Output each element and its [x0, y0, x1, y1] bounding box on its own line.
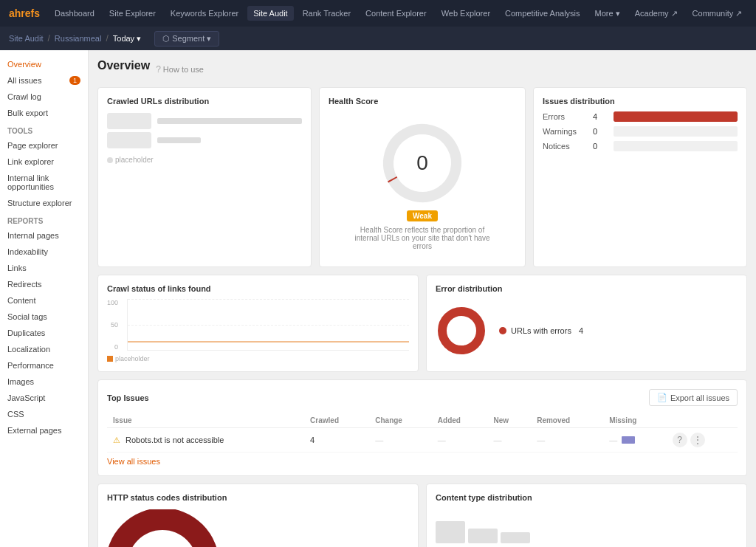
removed-dash: —	[537, 436, 545, 444]
nav-keywords-explorer[interactable]: Keywords Explorer	[165, 6, 244, 21]
new-dash: —	[493, 436, 501, 444]
crawl-status-card: Crawl status of links found 100 50 0	[97, 275, 419, 372]
issues-row-notices: Notices 0	[543, 141, 738, 151]
crawled-cell: 4	[304, 428, 369, 453]
sidebar-item-links[interactable]: Links	[0, 260, 88, 276]
row3: HTTP status codes distribution Server	[97, 484, 747, 547]
svg-point-3	[450, 319, 473, 343]
added-cell: —	[432, 428, 488, 453]
removed-cell: —	[531, 428, 603, 453]
legend-dot-errors	[499, 327, 506, 334]
sidebar-item-structure-explorer[interactable]: Structure explorer	[0, 195, 88, 211]
sidebar-item-indexability[interactable]: Indexability	[0, 244, 88, 260]
sidebar-item-all-issues[interactable]: All issues 1	[0, 72, 88, 89]
content-type-title: Content type distribution	[436, 493, 738, 502]
sidebar-item-overview[interactable]: Overview	[0, 56, 88, 72]
y-label-50: 50	[111, 321, 118, 328]
breadcrumb-sep2: /	[106, 33, 108, 44]
nav-right: Academy ↗ Community ↗	[629, 6, 749, 21]
issues-dist-card: Issues distribution Errors 4 Warnings 0	[533, 87, 747, 267]
col-missing: Missing	[603, 413, 666, 428]
export-all-issues-button[interactable]: 📄 Export all issues	[649, 389, 738, 406]
y-label-0: 0	[114, 343, 118, 351]
view-all-issues-link[interactable]: View all issues	[107, 457, 160, 466]
sidebar-item-css[interactable]: CSS	[0, 406, 88, 422]
error-dist-card: Error distribution URLs with errors	[426, 275, 747, 372]
sidebar: Overview All issues 1 Crawl log Bulk exp…	[0, 50, 89, 547]
sidebar-item-link-explorer[interactable]: Link explorer	[0, 154, 88, 170]
http-donut	[107, 509, 218, 547]
logo: ahrefs	[9, 7, 40, 19]
nav-community[interactable]: Community ↗	[687, 6, 749, 21]
col-new: New	[487, 413, 531, 428]
nav-site-explorer[interactable]: Site Explorer	[103, 6, 162, 21]
health-score-description: Health Score reflects the proportion of …	[348, 226, 496, 250]
crawled-urls-card: Crawled URLs distribution placeholder	[97, 87, 312, 267]
row2: Crawl status of links found 100 50 0	[97, 275, 747, 372]
issues-notices-count: 0	[593, 142, 608, 151]
nav-content-explorer[interactable]: Content Explorer	[360, 6, 433, 21]
health-score-visual: 0 Weak Health Score reflects the proport…	[329, 111, 516, 258]
more-options-btn[interactable]: ⋮	[690, 433, 705, 447]
sidebar-item-duplicates[interactable]: Duplicates	[0, 325, 88, 341]
health-score-title: Health Score	[329, 97, 516, 106]
sidebar-item-content[interactable]: Content	[0, 292, 88, 309]
sidebar-item-performance[interactable]: Performance	[0, 357, 88, 374]
col-removed: Removed	[531, 413, 603, 428]
health-score-number: 0	[416, 151, 428, 175]
breadcrumb-site[interactable]: Russianmeal	[55, 34, 102, 43]
http-status-title: HTTP status codes distribution	[107, 493, 409, 502]
top-issues-header: Top Issues 📄 Export all issues	[107, 389, 738, 406]
legend-urls-with-errors: URLs with errors 4	[499, 326, 583, 335]
health-score-card: Health Score 0 Weak Health Score reflect…	[319, 87, 526, 267]
issues-row-warnings: Warnings 0	[543, 126, 738, 137]
sidebar-item-images[interactable]: Images	[0, 374, 88, 390]
issues-warnings-bar-bg	[614, 126, 738, 137]
sidebar-item-redirects[interactable]: Redirects	[0, 276, 88, 292]
how-to-use-link[interactable]: ? How to use	[156, 64, 204, 75]
sidebar-item-page-explorer[interactable]: Page explorer	[0, 137, 88, 154]
error-dist-inner: URLs with errors 4	[436, 299, 738, 362]
nav-more[interactable]: More ▾	[589, 6, 626, 21]
breadcrumb-site-audit[interactable]: Site Audit	[9, 34, 43, 43]
nav-dashboard[interactable]: Dashboard	[49, 6, 100, 21]
tools-section-label: Tools	[0, 121, 88, 137]
col-added: Added	[432, 413, 488, 428]
nav-competitive-analysis[interactable]: Competitive Analysis	[499, 6, 586, 21]
missing-dash: —	[609, 436, 617, 444]
issues-errors-count: 4	[593, 112, 608, 121]
sidebar-item-localization[interactable]: Localization	[0, 341, 88, 357]
sidebar-item-bulk-export[interactable]: Bulk export	[0, 105, 88, 121]
new-cell: —	[487, 428, 531, 453]
sidebar-item-javascript[interactable]: JavaScript	[0, 390, 88, 406]
breadcrumb-bar: Site Audit / Russianmeal / Today ▾ ⬡ Seg…	[0, 27, 756, 50]
content-type-card: Content type distribution	[426, 484, 747, 547]
nav-site-audit[interactable]: Site Audit	[247, 6, 293, 21]
crawl-legend: placeholder	[107, 355, 409, 362]
actions-cell: ? ⋮	[667, 428, 738, 453]
breadcrumb-current[interactable]: Today ▾	[113, 34, 141, 44]
http-chart-area: Server error (5xx) 4	[107, 509, 409, 547]
nav-academy[interactable]: Academy ↗	[629, 6, 684, 21]
issues-notices-label: Notices	[543, 142, 587, 151]
content-type-placeholder-bars	[436, 514, 738, 543]
issues-errors-bar-bg	[614, 111, 738, 122]
change-cell: —	[369, 428, 432, 453]
segment-button[interactable]: ⬡ Segment ▾	[154, 31, 219, 47]
sidebar-item-external-pages[interactable]: External pages	[0, 422, 88, 438]
reports-section-label: Reports	[0, 211, 88, 227]
warning-icon: ⚠	[113, 436, 120, 444]
sidebar-item-internal-pages[interactable]: Internal pages	[0, 227, 88, 244]
nav-web-explorer[interactable]: Web Explorer	[436, 6, 496, 21]
nav-rank-tracker[interactable]: Rank Tracker	[297, 6, 357, 21]
health-donut: 0	[378, 119, 467, 207]
sidebar-item-internal-link-opps[interactable]: Internal link opportunities	[0, 170, 88, 195]
issue-cell: ⚠ Robots.txt is not accessible	[107, 428, 304, 453]
legend-label-errors: URLs with errors	[511, 326, 571, 335]
sidebar-item-crawl-log[interactable]: Crawl log	[0, 89, 88, 105]
help-icon-btn[interactable]: ?	[673, 433, 687, 447]
issues-errors-label: Errors	[543, 112, 587, 121]
legend-count-errors: 4	[579, 326, 583, 335]
sidebar-item-social-tags[interactable]: Social tags	[0, 309, 88, 325]
issues-dist-rows: Errors 4 Warnings 0	[543, 111, 738, 151]
